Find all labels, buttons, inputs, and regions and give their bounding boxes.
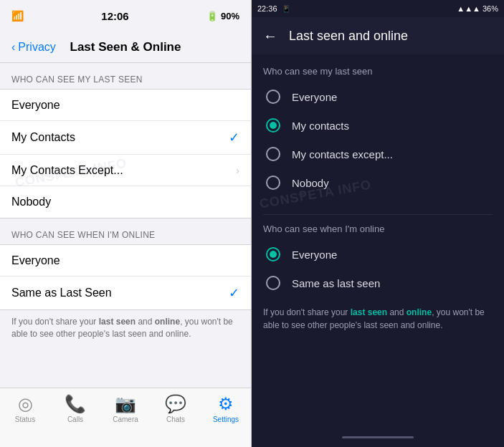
ios-tab-camera[interactable]: 📷 Camera: [108, 394, 143, 423]
chats-icon: 💬: [165, 394, 186, 414]
android-option-nobody[interactable]: Nobody: [263, 168, 493, 197]
android-radio-everyone: [266, 90, 280, 104]
android-online-section-label: Who can see when I'm online: [263, 224, 493, 234]
android-signal-icon: ▲▲▲: [457, 4, 480, 13]
ios-nav-title: Last Seen & Online: [70, 40, 181, 54]
ios-online-list: Everyone Same as Last Seen ✓: [0, 244, 251, 310]
android-status-bar: 22:36 📱 ▲▲▲ 36%: [252, 0, 504, 17]
battery-level: 90%: [221, 11, 239, 21]
android-radio-nobody: [266, 176, 280, 190]
android-status-left: 22:36 📱: [257, 4, 290, 13]
ios-tab-chats[interactable]: 💬 Chats: [158, 394, 194, 423]
ios-info-bold-online: online: [155, 317, 180, 327]
ios-checkmark-my-contacts: ✓: [229, 130, 239, 145]
ios-option-nobody-label: Nobody: [11, 196, 51, 208]
android-battery: 36%: [482, 4, 498, 13]
calls-icon: 📞: [65, 394, 86, 414]
ios-chevron-right-icon: ›: [236, 165, 239, 176]
android-option-my-contacts[interactable]: My contacts: [263, 111, 493, 140]
ios-online-option-everyone[interactable]: Everyone: [0, 245, 251, 277]
settings-icon: ⚙: [218, 394, 234, 414]
ios-online-same-label: Same as Last Seen: [11, 287, 112, 299]
ios-tab-settings-label: Settings: [213, 415, 239, 423]
battery-icon: 🔋: [206, 11, 218, 21]
ios-tab-status[interactable]: ◎ Status: [7, 394, 43, 423]
android-home-bar: [342, 436, 414, 438]
android-info-bold-online: online: [406, 307, 432, 317]
android-online-option-same[interactable]: Same as last seen: [263, 269, 493, 297]
android-radio-same: [266, 276, 280, 290]
ios-last-seen-list: Everyone My Contacts ✓ My Contacts Excep…: [0, 89, 251, 218]
android-info-text: If you don't share your last seen and on…: [263, 306, 493, 332]
ios-status-right: 🔋 90%: [206, 11, 239, 21]
ios-option-everyone-label: Everyone: [11, 99, 60, 112]
status-icon: ◎: [18, 394, 33, 414]
ios-back-label: Privacy: [18, 41, 55, 54]
android-option-everyone[interactable]: Everyone: [263, 82, 493, 111]
ios-option-everyone[interactable]: Everyone: [0, 90, 251, 121]
android-radio-inner-my-contacts: [270, 122, 277, 129]
android-toolbar-title: Last seen and online: [289, 29, 408, 44]
wifi-icon: 📶: [11, 10, 24, 21]
ios-online-option-same-as-last-seen[interactable]: Same as Last Seen ✓: [0, 277, 251, 309]
android-divider: [263, 214, 493, 215]
android-option-my-contacts-except[interactable]: My contacts except...: [263, 140, 493, 168]
android-radio-online-everyone: [266, 247, 280, 261]
android-status-right: ▲▲▲ 36%: [457, 4, 498, 13]
android-last-seen-section-label: Who can see my last seen: [263, 66, 493, 77]
ios-tab-status-label: Status: [15, 415, 35, 423]
android-online-option-everyone[interactable]: Everyone: [263, 240, 493, 269]
ios-back-button[interactable]: ‹ Privacy: [11, 41, 56, 54]
ios-online-everyone-label: Everyone: [11, 254, 60, 267]
android-content: Who can see my last seen Everyone My con…: [252, 54, 504, 427]
android-radio-my-contacts-except: [266, 147, 280, 161]
android-toolbar: ← Last seen and online: [252, 17, 504, 54]
ios-nav-bar: ‹ Privacy Last Seen & Online: [0, 32, 251, 63]
android-online-everyone-label: Everyone: [292, 249, 337, 261]
android-option-nobody-label: Nobody: [292, 177, 329, 189]
android-panel: CONSⱣETA INFO 22:36 📱 ▲▲▲ 36% ← Last see…: [252, 0, 504, 447]
android-option-my-contacts-except-label: My contacts except...: [292, 148, 393, 160]
android-option-my-contacts-label: My contacts: [292, 120, 349, 132]
ios-option-my-contacts[interactable]: My Contacts ✓: [0, 121, 251, 155]
ios-checkmark-same: ✓: [229, 285, 239, 301]
android-back-button[interactable]: ←: [263, 28, 277, 44]
ios-info-text: If you don't share your last seen and on…: [0, 310, 251, 352]
android-home-indicator: [252, 427, 504, 447]
android-radio-my-contacts: [266, 118, 280, 133]
ios-option-my-contacts-label: My Contacts: [11, 131, 75, 144]
android-radio-inner-online-everyone: [270, 251, 277, 258]
ios-last-seen-section-label: WHO CAN SEE MY LAST SEEN: [0, 63, 251, 89]
android-info-bold-last-seen: last seen: [351, 307, 387, 317]
android-time: 22:36: [257, 4, 277, 13]
ios-status-bar: 📶 12:06 🔋 90%: [0, 0, 251, 32]
ios-info-bold-last-seen: last seen: [99, 317, 135, 327]
ios-status-left: 📶: [11, 10, 24, 21]
ios-online-section-label: WHO CAN SEE WHEN I'M ONLINE: [0, 218, 251, 244]
ios-time: 12:06: [101, 10, 128, 22]
ios-option-my-contacts-except[interactable]: My Contacts Except... ›: [0, 155, 251, 186]
ios-tab-chats-label: Chats: [166, 415, 185, 423]
ios-option-my-contacts-except-label: My Contacts Except...: [11, 164, 123, 177]
ios-panel: CONSⱣETA INFO 📶 12:06 🔋 90% ‹ Privacy La…: [0, 0, 252, 447]
ios-tab-calls-label: Calls: [67, 415, 83, 423]
android-option-everyone-label: Everyone: [292, 91, 337, 103]
camera-icon: 📷: [115, 394, 136, 414]
ios-tab-bar: ◎ Status 📞 Calls 📷 Camera 💬 Chats ⚙ Sett…: [0, 388, 251, 447]
ios-tab-calls[interactable]: 📞 Calls: [57, 394, 93, 423]
chevron-left-icon: ‹: [11, 41, 15, 54]
android-online-same-label: Same as last seen: [292, 277, 380, 289]
ios-option-nobody[interactable]: Nobody: [0, 186, 251, 218]
phone-icon: 📱: [282, 5, 290, 13]
ios-tab-camera-label: Camera: [113, 415, 138, 423]
ios-tab-settings[interactable]: ⚙ Settings: [208, 394, 244, 423]
